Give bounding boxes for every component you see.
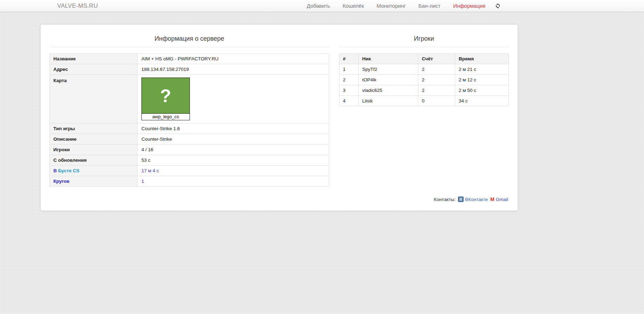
server-info-table: НазваниеAIM + HS oMG - PWRFACTORY.RUАдре… [49,53,329,187]
player-row: 1SpyTf222 м 21 с [339,64,509,75]
contacts-label: Контакты: [434,197,456,202]
server-info-row: Кругов1 [50,176,329,187]
row-value: 53 с [138,155,329,166]
player-cell: 2 м 21 с [455,64,509,75]
players-col-header: # [339,54,359,64]
player-cell: vladic625 [359,85,418,96]
server-info-row: Карта?awp_lego_cs [50,75,329,123]
row-value: 1 [138,176,329,187]
players-col-header: Время [455,54,509,64]
players-panel: Игроки #НикСчётВремя 1SpyTf222 м 21 с2tO… [339,25,509,106]
row-label: Описание [50,134,138,145]
server-info-row: ОписаниеCounter-Strike [50,134,329,145]
row-label: Тип игры [50,123,138,134]
server-info-row: С обновления53 с [50,155,329,166]
row-value: Counter-Strike 1.6 [138,123,329,134]
server-info-row: Игроки4 / 16 [50,145,329,155]
player-cell: 4 [339,96,359,106]
row-value: 188.134.67.158:27019 [138,64,329,75]
players-col-header: Ник [359,54,418,64]
row-label: Кругов [50,176,138,187]
row-label: Адрес [50,64,138,75]
player-cell: 0 [418,96,455,106]
vk-icon: В [458,196,464,202]
nav-item-monitoring-link[interactable]: Мониторинг [377,3,406,9]
row-label: С обновления [50,155,138,166]
nav-item-add-link[interactable]: Добавить [307,3,330,9]
player-row: 2tOP4lk22 м 12 с [339,75,509,85]
row-value: 17 м 4 с [138,166,329,176]
refresh-icon[interactable] [495,3,500,8]
server-info-divider [49,47,329,47]
server-info-panel: Информация о сервере НазваниеAIM + HS oM… [49,25,329,187]
row-label: Игроки [50,145,138,155]
nav-item-banlist-link[interactable]: Бан-лист [418,3,440,9]
gmail-contact-link[interactable]: M Gmail [490,197,508,202]
row-label: В Бусте CS [50,166,138,176]
player-cell: tOP4lk [359,75,418,85]
row-label: Название [50,54,138,64]
boost-cs-link[interactable]: Бусте CS [58,168,80,173]
gmail-link-label: Gmail [496,197,508,202]
nav-item-banlist[interactable]: Бан-лист [418,3,440,9]
navbar-container: VALVE-MS.RU Добавить Кошелёк Мониторинг … [40,0,518,12]
top-navbar: VALVE-MS.RU Добавить Кошелёк Мониторинг … [0,0,644,12]
player-cell: 2 [418,85,455,96]
nav-menu: Добавить Кошелёк Мониторинг Бан-лист Инф… [307,3,485,9]
row-value: ?awp_lego_cs [138,75,329,123]
players-col-header: Счёт [418,54,455,64]
nav-item-wallet[interactable]: Кошелёк [343,3,364,9]
row-value: Counter-Strike [138,134,329,145]
vk-link-label: ВКонтакте [465,197,488,202]
contacts: Контакты: В ВКонтакте M Gmail [434,196,508,202]
brand-logo[interactable]: VALVE-MS.RU [57,2,98,9]
vk-contact-link[interactable]: В ВКонтакте [458,196,488,202]
player-row: 3vladic62522 м 50 с [339,85,509,96]
players-title: Игроки [339,35,509,42]
player-cell: 2 [418,75,455,85]
players-table: #НикСчётВремя 1SpyTf222 м 21 с2tOP4lk22 … [339,53,509,106]
map-figure: ?awp_lego_cs [141,78,190,120]
boost-label-prefix: В [53,168,58,173]
nav-item-information-link[interactable]: Информация [453,3,485,9]
player-cell: 1 [339,64,359,75]
row-value: 4 / 16 [138,145,329,155]
server-info-row: В Бусте CS17 м 4 с [50,166,329,176]
player-row: 4Liisik034 с [339,96,509,106]
row-label: Карта [50,75,138,123]
server-info-title: Информация о сервере [49,35,329,42]
map-placeholder-image: ? [142,78,190,113]
player-cell: 2 м 12 с [455,75,509,85]
map-name-caption: awp_lego_cs [142,113,190,120]
nav-item-monitoring[interactable]: Мониторинг [377,3,406,9]
nav-item-add[interactable]: Добавить [307,3,330,9]
server-info-row: НазваниеAIM + HS oMG - PWRFACTORY.RU [50,54,329,64]
player-cell: 2 м 50 с [455,85,509,96]
main-card: Информация о сервере НазваниеAIM + HS oM… [40,24,518,211]
player-cell: 2 [418,64,455,75]
nav-item-wallet-link[interactable]: Кошелёк [343,3,364,9]
players-divider [339,47,509,47]
row-value: AIM + HS oMG - PWRFACTORY.RU [138,54,329,64]
player-cell: 34 с [455,96,509,106]
nav-item-information[interactable]: Информация [453,3,485,9]
player-cell: 2 [339,75,359,85]
player-cell: 3 [339,85,359,96]
player-cell: Liisik [359,96,418,106]
server-info-row: Адрес188.134.67.158:27019 [50,64,329,75]
player-cell: SpyTf2 [359,64,418,75]
server-info-row: Тип игрыCounter-Strike 1.6 [50,123,329,134]
gmail-icon: M [490,197,494,202]
question-mark-icon: ? [160,87,171,105]
